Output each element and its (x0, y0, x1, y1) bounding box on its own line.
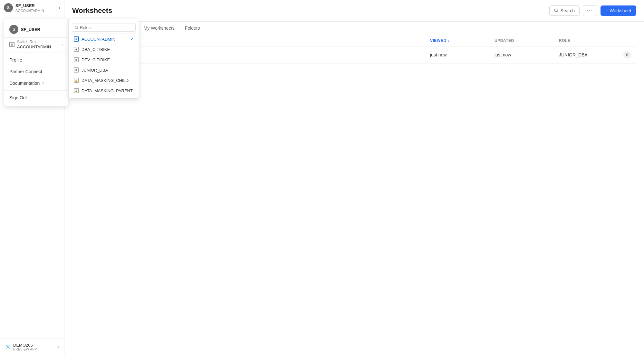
roles-search-input[interactable] (80, 25, 133, 30)
row-role-badge: S (623, 51, 631, 59)
role-item-data-masking-parent[interactable]: 🔒 DATA_MASKING_PARENT (69, 85, 139, 96)
search-icon (75, 26, 79, 30)
role-label-dev-citibike: DEV_CITIBIKE (82, 57, 110, 62)
search-icon (554, 8, 559, 13)
role-icon: ⊞ (9, 42, 14, 47)
demo-info: DEMO265 PREVIEW APP (13, 343, 55, 351)
tab-folders[interactable]: Folders (180, 22, 205, 35)
roles-dropdown: ⊞ ACCOUNTADMIN ✓ ⊞ DBA_CITIBIKE ⊞ DEV_CI… (68, 19, 139, 99)
row-role: JUNIOR_DBA (559, 52, 623, 57)
role-icon-dev-citibike: ⊞ (74, 57, 79, 62)
col-role: ROLE (559, 38, 623, 43)
user-dropdown: S SF_USER ⊞ Switch Role ACCOUNTADMIN › P… (4, 19, 68, 106)
roles-search-area (69, 22, 139, 34)
role-item-accountadmin[interactable]: ⊞ ACCOUNTADMIN ✓ (69, 34, 139, 44)
role-label-data-masking-child: DATA_MASKING_CHILD (82, 78, 129, 83)
header-actions: Search ··· + Worksheet (549, 5, 636, 16)
col-actions (623, 38, 636, 43)
role-lock-icon-masking-child: 🔒 (74, 78, 79, 83)
switch-role-item[interactable]: ⊞ Switch Role ACCOUNTADMIN › (4, 37, 68, 51)
sort-arrow-icon: ↓ (447, 38, 450, 43)
main-content: Worksheets Search ··· + Worksheet (64, 0, 644, 355)
new-worksheet-button[interactable]: + Worksheet (601, 5, 636, 16)
sidebar: S SF_USER ACCOUNTADMIN ▾ S SF_USER ⊞ Swi… (0, 0, 64, 355)
dropdown-user-header: S SF_USER (4, 22, 68, 37)
user-avatar: S (4, 3, 13, 12)
row-viewed: just now (430, 52, 495, 57)
dropdown-divider (4, 53, 68, 53)
switch-role-chevron-icon: › (62, 43, 63, 46)
partner-connect-menu-item[interactable]: Partner Connect (4, 66, 68, 77)
switch-role-label: Switch Role (17, 40, 62, 44)
role-icon-dba-citibike: ⊞ (74, 47, 79, 52)
current-role-value: ACCOUNTADMIN (17, 44, 51, 49)
row-updated: just now (495, 52, 559, 57)
role-label-accountadmin: ACCOUNTADMIN (82, 37, 115, 42)
dropdown-avatar: S (9, 25, 18, 34)
role-label-junior-dba: JUNIOR_DBA (82, 68, 108, 73)
dropdown-username: SF_USER (21, 27, 40, 32)
dropdown-divider-2 (4, 90, 68, 91)
main-header: Worksheets Search ··· + Worksheet (64, 0, 644, 22)
sign-out-menu-item[interactable]: Sign Out (4, 92, 68, 104)
user-info: SF_USER ACCOUNTADMIN (15, 3, 56, 13)
role-item-data-masking-child[interactable]: 🔒 DATA_MASKING_CHILD (69, 75, 139, 85)
role-icon-junior-dba: ⊞ (74, 67, 79, 73)
role-item-dev-citibike[interactable]: ⊞ DEV_CITIBIKE (69, 54, 139, 65)
external-link-icon: ↗ (42, 81, 44, 85)
table-header-row: TITLE VIEWED ↓ UPDATED ROLE (72, 35, 636, 46)
switch-role-content: Switch Role ACCOUNTADMIN (17, 40, 62, 49)
roles-search-wrapper (72, 24, 136, 32)
tabs-bar: Recent Shared with me My Worksheets Fold… (64, 22, 644, 35)
tab-my-worksheets[interactable]: My Worksheets (139, 22, 180, 35)
profile-menu-item[interactable]: Profile (4, 54, 68, 66)
role-icon-accountadmin: ⊞ (74, 36, 79, 42)
role-label-data-masking-parent: DATA_MASKING_PARENT (82, 88, 133, 93)
username-label: SF_USER (15, 3, 56, 9)
user-role-label: ACCOUNTADMIN (15, 9, 56, 13)
demo-chevron-icon: ▾ (57, 345, 59, 349)
documentation-menu-item[interactable]: Documentation ↗ (4, 77, 68, 89)
col-updated: UPDATED (495, 38, 559, 43)
preview-label: PREVIEW APP (13, 348, 55, 351)
role-item-dba-citibike[interactable]: ⊞ DBA_CITIBIKE (69, 44, 139, 54)
sidebar-bottom[interactable]: ✳ DEMO265 PREVIEW APP ▾ (0, 339, 64, 355)
row-badge: S (623, 51, 636, 59)
snowflake-icon: ✳ (5, 343, 11, 351)
role-item-junior-dba[interactable]: ⊞ JUNIOR_DBA (69, 65, 139, 75)
user-menu-chevron-icon: ▾ (59, 6, 60, 10)
search-button[interactable]: Search (549, 5, 580, 16)
role-lock-icon-masking-parent: 🔒 (74, 88, 79, 93)
worksheets-table: TITLE VIEWED ↓ UPDATED ROLE just now jus… (64, 35, 644, 64)
demo-name: DEMO265 (13, 343, 55, 348)
page-title: Worksheets (72, 6, 112, 15)
more-options-button[interactable]: ··· (583, 5, 597, 16)
role-label-dba-citibike: DBA_CITIBIKE (82, 47, 110, 52)
table-row[interactable]: just now just now JUNIOR_DBA S (72, 46, 636, 64)
role-check-icon: ✓ (130, 37, 134, 42)
col-viewed[interactable]: VIEWED ↓ (430, 38, 495, 43)
user-menu-trigger[interactable]: S SF_USER ACCOUNTADMIN ▾ (0, 0, 64, 16)
